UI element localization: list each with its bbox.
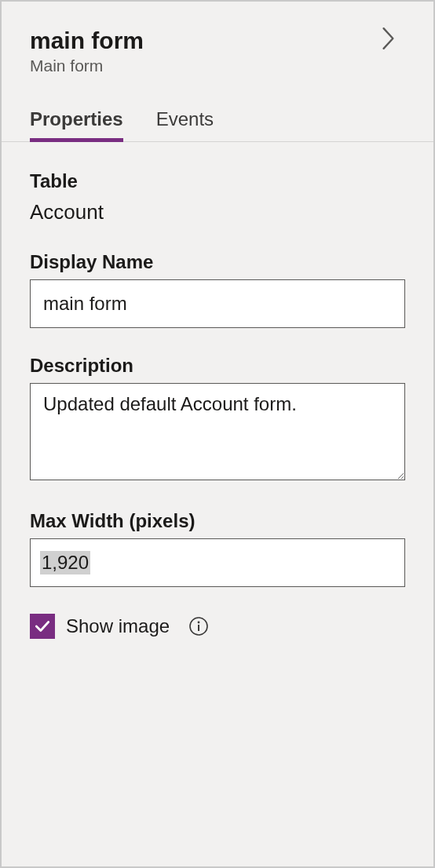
max-width-label: Max Width (pixels) <box>30 510 405 532</box>
svg-rect-2 <box>198 625 199 631</box>
display-name-input[interactable] <box>30 279 405 328</box>
field-max-width: Max Width (pixels) 1,920 <box>30 510 405 587</box>
field-show-image: Show image <box>30 614 405 639</box>
page-title: main form <box>30 27 405 55</box>
display-name-label: Display Name <box>30 251 405 273</box>
field-table: Table Account <box>30 170 405 224</box>
table-label: Table <box>30 170 405 192</box>
info-icon[interactable] <box>188 616 209 636</box>
panel-content: Table Account Display Name Description M… <box>2 142 433 639</box>
max-width-value: 1,920 <box>40 551 90 574</box>
max-width-input[interactable]: 1,920 <box>30 538 405 587</box>
field-display-name: Display Name <box>30 251 405 328</box>
tab-events[interactable]: Events <box>156 108 214 142</box>
properties-panel: main form Main form Properties Events Ta… <box>0 0 435 868</box>
panel-header: main form Main form <box>2 2 433 75</box>
tab-properties[interactable]: Properties <box>30 108 123 142</box>
show-image-label: Show image <box>66 615 170 637</box>
page-subtitle: Main form <box>30 57 405 75</box>
description-input[interactable] <box>30 383 405 480</box>
field-description: Description <box>30 355 405 483</box>
chevron-right-icon[interactable] <box>382 27 400 50</box>
description-label: Description <box>30 355 405 377</box>
tab-bar: Properties Events <box>2 83 433 142</box>
table-value: Account <box>30 200 405 224</box>
show-image-checkbox[interactable] <box>30 614 55 639</box>
svg-point-1 <box>198 622 200 624</box>
